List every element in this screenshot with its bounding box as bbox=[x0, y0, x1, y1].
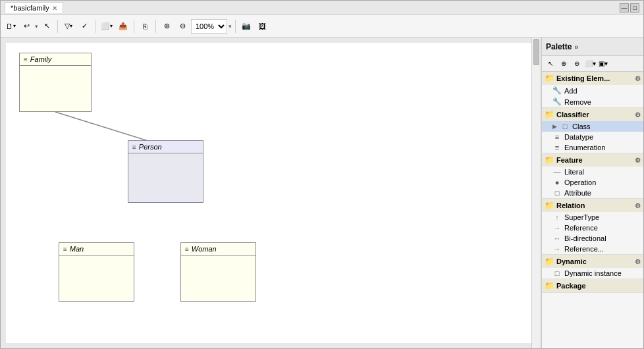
uml-box-family[interactable]: ≡ Family bbox=[19, 53, 92, 112]
palette-item-bidirectional[interactable]: ↔ Bi-directional bbox=[542, 233, 643, 244]
package-label: Package bbox=[556, 282, 586, 290]
uml-box-man-header: ≡ Man bbox=[59, 243, 134, 255]
palette-item-literal[interactable]: — Literal bbox=[542, 167, 643, 177]
palette-dropdown1-button[interactable]: ⬜▾ bbox=[584, 58, 596, 70]
palette-section-feature-header[interactable]: 📁 Feature ⚙ bbox=[542, 153, 643, 167]
add-icon: 🔧 bbox=[552, 86, 562, 95]
bidirectional-label: Bi-directional bbox=[564, 234, 606, 242]
copy-button[interactable]: ⎘ bbox=[138, 18, 152, 34]
attribute-label: Attribute bbox=[564, 189, 591, 197]
existing-settings-icon[interactable]: ⚙ bbox=[635, 75, 641, 82]
woman-icon: ≡ bbox=[185, 246, 189, 253]
export-button[interactable]: 📤 bbox=[116, 18, 130, 34]
canvas-inner[interactable]: ≡ Family ≡ Person ≡ bbox=[6, 43, 535, 343]
scrollbar-thumb[interactable] bbox=[533, 39, 539, 65]
new-button[interactable]: 🗋▾ bbox=[3, 18, 18, 34]
palette-item-enumeration[interactable]: ≡ Enumeration bbox=[542, 142, 643, 153]
filter-dropdown[interactable]: ▽▾ bbox=[61, 18, 76, 34]
uml-box-person-header: ≡ Person bbox=[128, 141, 203, 153]
palette-section-existing-header[interactable]: 📁 Existing Elem... ⚙ bbox=[542, 72, 643, 85]
palette-section-classifier: 📁 Classifier ⚙ ▶ □ Class ≡ Datatype ≡ bbox=[542, 108, 643, 153]
palette-section-package-header[interactable]: 📁 Package bbox=[542, 279, 643, 292]
cursor-button[interactable]: ↖ bbox=[40, 18, 54, 34]
tab-close-icon[interactable]: ✕ bbox=[52, 5, 57, 12]
palette-item-reference2[interactable]: → Reference... bbox=[542, 244, 643, 254]
classifier-settings-icon[interactable]: ⚙ bbox=[635, 111, 641, 119]
literal-icon: — bbox=[552, 168, 562, 176]
supertype-icon: ↑ bbox=[552, 213, 562, 221]
palette-section-dynamic: 📁 Dynamic ⚙ □ Dynamic instance bbox=[542, 255, 643, 279]
man-body bbox=[59, 255, 134, 296]
bidirectional-icon: ↔ bbox=[552, 234, 562, 242]
filter-button[interactable]: ▽▾ bbox=[61, 18, 76, 34]
enumeration-icon: ≡ bbox=[552, 144, 562, 151]
palette-section-dynamic-header[interactable]: 📁 Dynamic ⚙ bbox=[542, 255, 643, 268]
canvas[interactable]: ≡ Family ≡ Person ≡ bbox=[1, 38, 541, 348]
zoom-out-button[interactable]: ⊖ bbox=[175, 18, 190, 34]
palette-item-reference[interactable]: → Reference bbox=[542, 223, 643, 233]
palette-dropdown2-button[interactable]: ▣▾ bbox=[597, 58, 609, 70]
package-folder-icon: 📁 bbox=[545, 281, 554, 290]
person-body bbox=[128, 153, 203, 198]
undo-button[interactable]: ↩ bbox=[19, 18, 34, 34]
palette-item-datatype[interactable]: ≡ Datatype bbox=[542, 132, 643, 142]
reference2-icon: → bbox=[552, 245, 562, 253]
palette-item-remove[interactable]: 🔧 Remove bbox=[542, 96, 643, 107]
zoom-in-button[interactable]: ⊕ bbox=[159, 18, 174, 34]
palette-cursor-button[interactable]: ↖ bbox=[545, 58, 556, 70]
relation-label: Relation bbox=[556, 201, 585, 209]
uml-box-person[interactable]: ≡ Person bbox=[128, 140, 203, 203]
screenshot2-button[interactable]: 🖼 bbox=[255, 18, 269, 34]
palette-zoom-out-button[interactable]: ⊖ bbox=[571, 58, 583, 70]
woman-label: Woman bbox=[192, 245, 217, 253]
uml-box-woman-header: ≡ Woman bbox=[181, 243, 255, 255]
classifier-label: Classifier bbox=[556, 111, 589, 119]
relation-settings-icon[interactable]: ⚙ bbox=[635, 202, 641, 209]
screenshot-button[interactable]: 📷 bbox=[239, 18, 254, 34]
uml-box-family-header: ≡ Family bbox=[20, 53, 91, 66]
dynamic-settings-icon[interactable]: ⚙ bbox=[635, 258, 641, 265]
maximize-button[interactable]: □ bbox=[630, 3, 639, 13]
palette-zoom-in-button[interactable]: ⊕ bbox=[558, 58, 570, 70]
remove-label: Remove bbox=[564, 98, 591, 106]
zoom-select[interactable]: 100% 75% 50% 150% bbox=[191, 19, 227, 34]
literal-label: Literal bbox=[564, 168, 584, 176]
dynamic-instance-label: Dynamic instance bbox=[564, 269, 622, 277]
dynamic-instance-icon: □ bbox=[552, 269, 562, 277]
palette-item-supertype[interactable]: ↑ SuperType bbox=[542, 212, 643, 223]
palette-item-operation[interactable]: ● Operation bbox=[542, 177, 643, 188]
feature-settings-icon[interactable]: ⚙ bbox=[635, 157, 641, 164]
diagram-dropdown[interactable]: ⬜▾ bbox=[99, 18, 115, 34]
new-dropdown[interactable]: 🗋▾ bbox=[3, 18, 18, 34]
palette-item-add[interactable]: 🔧 Add bbox=[542, 85, 643, 96]
person-label: Person bbox=[139, 143, 162, 151]
palette-expand-button[interactable]: » bbox=[574, 43, 578, 51]
palette-section-relation-header[interactable]: 📁 Relation ⚙ bbox=[542, 199, 643, 212]
sep5 bbox=[235, 20, 236, 33]
man-label: Man bbox=[70, 245, 84, 253]
classifier-folder-icon: 📁 bbox=[545, 110, 554, 119]
palette-section-classifier-header[interactable]: 📁 Classifier ⚙ bbox=[542, 108, 643, 121]
dynamic-folder-icon: 📁 bbox=[545, 257, 554, 266]
palette-body: 📁 Existing Elem... ⚙ 🔧 Add 🔧 Remove bbox=[542, 72, 643, 348]
sep1 bbox=[57, 20, 58, 33]
woman-body bbox=[181, 255, 255, 296]
toolbar: 🗋▾ ↩ ▾ ↖ ▽▾ ✓ ⬜▾ 📤 ⎘ ⊕ ⊖ 100% 75% 50% 15… bbox=[1, 15, 643, 38]
person-icon: ≡ bbox=[132, 144, 136, 151]
uml-box-man[interactable]: ≡ Man bbox=[59, 242, 134, 302]
uml-box-woman[interactable]: ≡ Woman bbox=[180, 242, 256, 302]
title-bar-controls: — □ bbox=[620, 3, 639, 13]
palette-item-dynamic-instance[interactable]: □ Dynamic instance bbox=[542, 268, 643, 279]
diagram-button[interactable]: ⬜▾ bbox=[99, 18, 115, 34]
palette-toolbar: ↖ ⊕ ⊖ ⬜▾ ▣▾ bbox=[542, 56, 643, 72]
undo-dropdown[interactable]: ▾ bbox=[35, 23, 38, 30]
title-tab[interactable]: *basicfamily ✕ bbox=[5, 2, 63, 13]
operation-icon: ● bbox=[552, 178, 562, 186]
palette-item-attribute[interactable]: □ Attribute bbox=[542, 188, 643, 198]
family-body bbox=[20, 66, 91, 109]
feature-folder-icon: 📁 bbox=[545, 155, 554, 165]
palette-item-class[interactable]: ▶ □ Class bbox=[542, 121, 643, 132]
validate-button[interactable]: ✓ bbox=[77, 18, 92, 34]
minimize-button[interactable]: — bbox=[620, 3, 629, 13]
vertical-scrollbar[interactable] bbox=[531, 38, 541, 348]
